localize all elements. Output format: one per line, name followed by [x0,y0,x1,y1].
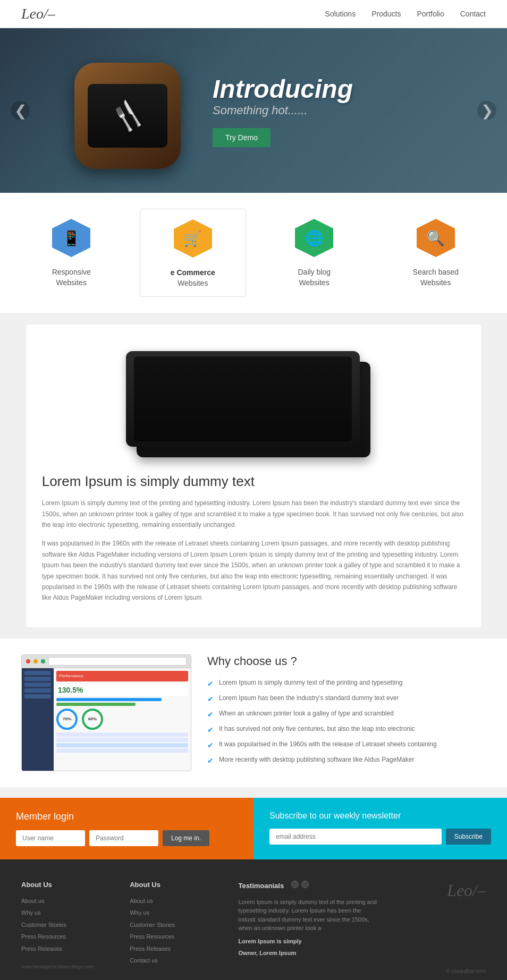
subscribe-button[interactable]: Subscribe [446,829,491,845]
hero-next-button[interactable]: ❯ [477,101,496,120]
username-input[interactable] [16,830,85,846]
check-icon-2: ✔ [207,695,214,703]
why-section: Performance 130.5% 70% 60% [0,638,507,787]
footer-link[interactable]: Contact us [130,956,222,965]
browser-dot-yellow [33,659,38,663]
why-list: ✔ Lorem Ipsum is simply dummy text of th… [207,679,486,765]
list-item: ✔ Lorem Ipsum has been the industry's st… [207,694,486,703]
check-icon-4: ✔ [207,726,214,734]
service-ecommerce-sublabel: Websites [178,279,208,287]
footer-copyright: © cssauthor.com [446,968,486,974]
cta-section: Member login Log me in. Subscribe to our… [0,798,507,859]
header: Leo/– Solutions Products Portfolio Conta… [0,0,507,28]
list-item: ✔ Lorem Ipsum is simply dummy text of th… [207,679,486,688]
check-icon-6: ✔ [207,756,214,765]
footer-testimonials-title: Testimoanials [238,881,377,890]
footer-col1-title: About Us [21,881,114,889]
newsletter-form: Subscribe [269,829,491,845]
service-search[interactable]: 🔍 Search basedWebsites [383,209,489,297]
footer-link[interactable]: Press Releases [21,944,114,953]
footer: About Us About us Why us Customer Storie… [0,859,507,980]
footer-link[interactable]: Press Resources [21,932,114,941]
footer-link[interactable]: About us [130,897,222,906]
nav-products[interactable]: Products [371,10,401,18]
browser-dot-red [26,659,30,663]
content-paragraph2: It was popularised in the 1960s with the… [42,538,466,603]
list-item: ✔ More recently with desktop publishing … [207,756,486,765]
footer-link[interactable]: Why us [21,908,114,917]
table-row [56,743,188,747]
service-responsive[interactable]: 📱 ResponsiveWebsites [18,209,124,297]
email-input[interactable] [269,829,442,845]
hero-prev-button[interactable]: ❮ [11,101,30,120]
nav-portfolio[interactable]: Portfolio [417,10,444,18]
progress-bar-1 [56,698,162,701]
content-paragraph1: Lorem Ipsum is simply dummy text of the … [42,498,466,530]
services-section: 📱 ResponsiveWebsites 🛒 e Commerce Websit… [0,193,507,313]
login-title: Member login [16,811,238,822]
footer-link[interactable]: Press Releases [130,944,222,953]
check-icon-3: ✔ [207,710,214,719]
footer-right: Leo/– © cssauthor.com [393,881,486,974]
navigation: Solutions Products Portfolio Contact [325,10,486,18]
newsletter-title: Subscribe to our weekly newsletter [269,811,491,821]
testimonial-text: Lorem Ipsum is simply dummy text of the … [238,898,377,933]
footer-link[interactable]: About us [21,897,114,906]
service-blog[interactable]: 🌐 Daily blogWebsites [261,209,367,297]
testimonial-nav [291,881,309,888]
service-search-label: Search basedWebsites [413,268,459,287]
nav-contact[interactable]: Contact [460,10,486,18]
testimonial-author-1: Lorem Ipsum is simply [238,937,377,946]
progress-bar-2 [56,703,136,706]
testimonial-author-2: Owner, Lorem Ipsum [238,949,377,958]
dashboard-content: Performance 130.5% 70% 60% [22,668,191,771]
login-button[interactable]: Log me in. [163,830,209,846]
service-ecommerce-label: e Commerce [171,268,215,278]
circle-metric-1: 70% [56,709,78,730]
footer-link[interactable]: Why us [130,908,222,917]
footer-link[interactable]: Press Resources [130,932,222,941]
check-icon-1: ✔ [207,679,214,688]
hero-title: Introducing [213,74,353,104]
service-blog-label: Daily blogWebsites [298,268,331,287]
why-screenshot: Performance 130.5% 70% 60% [21,654,191,771]
dashboard-sidebar [22,668,54,771]
service-icon-search: 🔍 [415,217,457,259]
circle-metrics: 70% 60% [56,709,188,730]
tablet-image [42,340,466,457]
why-title: Why choose us ? [207,654,486,668]
why-content: Why choose us ? ✔ Lorem Ipsum is simply … [207,654,486,771]
hero-subtitle: Something hot...... [213,104,353,117]
footer-link[interactable]: Customer Stories [21,921,114,930]
table-row [56,738,188,742]
footer-link[interactable]: Customer Stories [130,921,222,930]
newsletter-section: Subscribe to our weekly newsletter Subsc… [254,798,507,859]
browser-dot-green [41,659,45,663]
testimonial-nav-next[interactable] [301,881,309,888]
table-row [56,732,188,737]
list-item: ✔ When an unknown printer took a galley … [207,710,486,719]
list-item: ✔ It was popularised in the 1960s with t… [207,740,486,749]
hero-app-icon: 🍴 [74,63,181,169]
circle-metric-2: 60% [82,709,103,730]
try-demo-button[interactable]: Try Demo [213,128,271,147]
content-title: Lorem Ipsum is simply dummy text [42,473,466,490]
password-input[interactable] [89,830,158,846]
service-responsive-label: ResponsiveWebsites [52,268,91,287]
table-row [56,748,188,753]
content-section: Lorem Ipsum is simply dummy text Lorem I… [26,324,482,628]
service-icon-responsive: 📱 [50,217,92,259]
list-item: ✔ It has survived not only five centurie… [207,725,486,734]
footer-testimonials: Testimoanials Lorem Ipsum is simply dumm… [238,881,377,974]
tablet-front [126,351,360,447]
browser-url-bar [48,657,187,666]
testimonial-nav-prev[interactable] [291,881,299,888]
service-ecommerce[interactable]: 🛒 e Commerce Websites [140,209,246,297]
logo: Leo/– [21,5,55,22]
nav-solutions[interactable]: Solutions [325,10,356,18]
tablet-screen [134,356,352,441]
dashboard-metric: 130.5% [56,684,188,696]
dashboard-table [56,732,188,753]
service-icon-ecommerce: 🛒 [172,217,214,260]
footer-website: www.heritagechristiancollege.com [21,964,114,971]
